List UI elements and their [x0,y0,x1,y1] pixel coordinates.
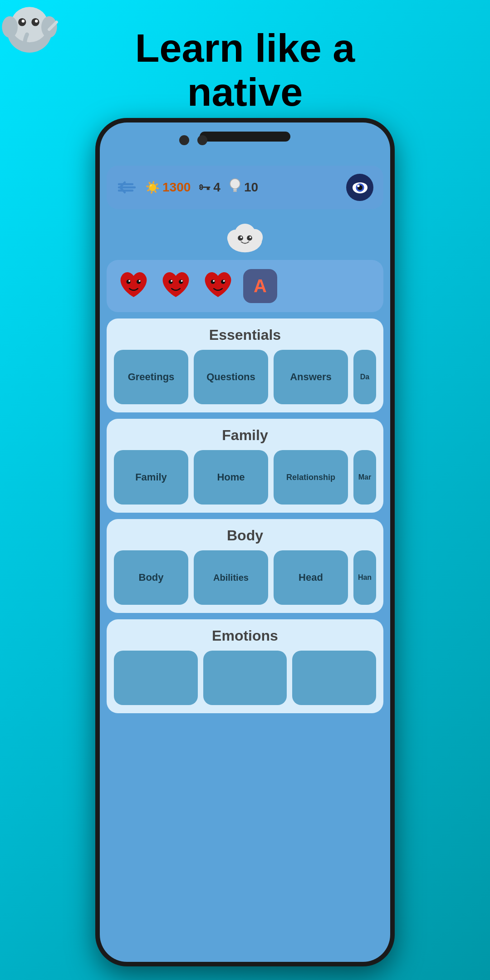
letter-badge[interactable]: A [243,269,277,303]
heart-2 [159,268,193,304]
svg-rect-10 [233,189,237,191]
heart-3 [201,268,235,304]
abilities-card[interactable]: Abilities [194,550,268,605]
screen-content[interactable]: ☀️ 1300 🗝 4 [100,159,390,962]
emotions-section: Emotions [107,619,383,713]
header-section: Learn like a native [0,0,490,132]
body-grid: Body Abilities Head Han [114,550,376,605]
phone-screen: ☀️ 1300 🗝 4 [100,122,390,962]
svg-point-7 [41,16,57,38]
mascot-top-left [0,0,59,59]
coin-icon: ☀️ [145,181,160,195]
essentials-title: Essentials [114,327,376,343]
coins-stat: ☀️ 1300 [145,180,191,195]
essentials-section: Essentials Greetings Questions Answers D… [107,318,383,412]
bulb-value: 10 [244,180,258,195]
svg-point-24 [250,236,251,238]
stats-bar: ☀️ 1300 🗝 4 [107,166,383,209]
days-card-partial[interactable]: Da [353,350,376,404]
svg-point-25 [127,279,131,284]
svg-point-22 [247,235,252,241]
family-grid: Family Home Relationship Mar [114,450,376,505]
body-card[interactable]: Body [114,550,188,605]
head-card[interactable]: Head [274,550,348,605]
bulbs-stat: 10 [229,178,258,196]
svg-point-33 [211,279,215,284]
svg-point-16 [357,185,360,187]
emotions-card-1[interactable] [114,651,198,705]
svg-point-35 [213,280,215,282]
svg-point-4 [22,20,25,23]
relationship-card[interactable]: Relationship [274,450,348,505]
svg-point-27 [128,280,130,282]
family-title: Family [114,427,376,444]
svg-rect-11 [233,191,237,192]
keys-stat: 🗝 4 [199,180,220,195]
hands-card-partial[interactable]: Han [353,550,376,605]
key-icon: 🗝 [199,181,211,195]
emotions-card-3[interactable] [292,651,376,705]
coin-value: 1300 [162,180,191,195]
family-section: Family Family Home Relationship Mar [107,419,383,513]
phone-frame: ☀️ 1300 🗝 4 [95,118,395,966]
header-title: Learn like a native [135,26,355,114]
svg-point-34 [221,279,225,284]
heart-1 [117,268,151,304]
family-card[interactable]: Family [114,450,188,505]
marriage-card-partial[interactable]: Mar [353,450,376,505]
svg-point-6 [2,16,18,38]
svg-point-9 [230,179,240,189]
svg-point-32 [181,280,183,282]
svg-point-30 [179,279,183,284]
back-arrow-icon[interactable] [117,181,137,194]
svg-point-36 [223,280,225,282]
svg-point-5 [35,20,38,23]
essentials-grid: Greetings Questions Answers Da [114,350,376,404]
svg-point-28 [139,280,141,282]
svg-point-26 [137,279,141,284]
cloud-mascot-area [107,215,383,260]
svg-point-21 [238,235,243,241]
camera-left [179,135,189,145]
answers-card[interactable]: Answers [274,350,348,404]
body-title: Body [114,527,376,544]
hearts-bar: A [107,260,383,312]
profile-icon[interactable] [346,174,373,201]
bulb-icon [229,178,241,196]
svg-point-31 [171,280,172,282]
body-section: Body Body Abilities Head Han [107,519,383,613]
svg-point-23 [240,236,242,238]
emotions-card-2[interactable] [203,651,287,705]
key-value: 4 [213,180,220,195]
phone-notch [200,132,290,142]
emotions-grid [114,651,376,705]
questions-card[interactable]: Questions [194,350,268,404]
greetings-card[interactable]: Greetings [114,350,188,404]
camera-right [197,135,207,145]
emotions-title: Emotions [114,627,376,644]
svg-point-29 [169,279,173,284]
home-card[interactable]: Home [194,450,268,505]
